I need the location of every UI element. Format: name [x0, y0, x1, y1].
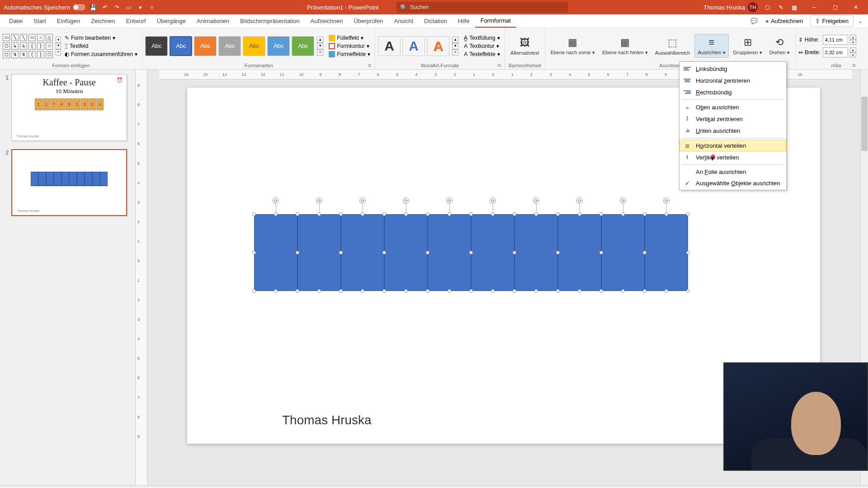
- style-up-icon[interactable]: ▴: [317, 37, 323, 43]
- wordart-style-1[interactable]: A: [378, 36, 401, 56]
- style-swatch-lblue[interactable]: Abc: [267, 36, 290, 56]
- shape-rectangle[interactable]: ⟳: [514, 214, 558, 291]
- distribute-horizontal-item[interactable]: ⫼ Horizontal verteilen: [679, 140, 786, 151]
- shape-gallery[interactable]: ▭╲╲▭○△ ⬡↳↳{}☆ ⬡↯↯{}⬠: [3, 34, 53, 58]
- search-input[interactable]: [410, 4, 565, 10]
- scrollbar-thumb[interactable]: [861, 97, 868, 151]
- tab-entwurf[interactable]: Entwurf: [121, 15, 151, 27]
- selection-handle[interactable]: [686, 212, 690, 216]
- rotate-handle[interactable]: ⟳: [316, 197, 322, 204]
- selection-handle[interactable]: [578, 289, 581, 293]
- selection-handle[interactable]: [426, 251, 429, 254]
- shape-rectangle[interactable]: ⟳: [341, 214, 384, 291]
- comments-icon[interactable]: 💬: [750, 17, 758, 25]
- wordart-gallery[interactable]: A A A: [378, 36, 449, 56]
- rotate-button[interactable]: ⟲ Drehen ▾: [767, 34, 793, 57]
- tab-formformat[interactable]: Formformat: [475, 14, 516, 28]
- group-button[interactable]: ⊞ Gruppieren ▾: [731, 34, 765, 57]
- text-fill-button[interactable]: A̲Textfüllung ▾: [462, 34, 502, 42]
- selection-handle[interactable]: [643, 251, 646, 254]
- style-swatch-orange[interactable]: Abc: [194, 36, 217, 56]
- selection-handle[interactable]: [274, 289, 278, 293]
- width-up-icon[interactable]: ▴: [850, 47, 856, 52]
- selection-handle[interactable]: [621, 289, 625, 293]
- selection-handle[interactable]: [339, 212, 343, 216]
- shape-rectangle[interactable]: ⟳: [254, 214, 297, 291]
- share-button[interactable]: ⇪ Freigeben: [810, 15, 854, 27]
- autosave-toggle[interactable]: Automatisches Speichern: [4, 4, 85, 11]
- wordart-style-2[interactable]: A: [402, 36, 425, 56]
- thumbnail-2[interactable]: Thomas Hruska: [11, 149, 127, 216]
- selection-handle[interactable]: [643, 289, 646, 293]
- rotate-handle[interactable]: ⟳: [663, 197, 670, 204]
- maximize-button[interactable]: ▢: [825, 0, 845, 14]
- rotate-handle[interactable]: ⟳: [533, 197, 539, 204]
- tab-animationen[interactable]: Animationen: [191, 15, 235, 27]
- tab-ueberpruefen[interactable]: Überprüfen: [348, 15, 388, 27]
- width-down-icon[interactable]: ▾: [850, 52, 856, 57]
- gallery-up-icon[interactable]: ▴: [56, 37, 61, 43]
- rotate-handle[interactable]: ⟳: [576, 197, 583, 204]
- autosave-switch[interactable]: [73, 4, 85, 10]
- align-bottom-item[interactable]: ⫡ Unten ausrichten: [679, 125, 786, 136]
- wa-more-icon[interactable]: ▿: [452, 49, 458, 56]
- tab-dictation[interactable]: Dictation: [419, 15, 453, 27]
- rotate-handle[interactable]: ⟳: [490, 197, 496, 204]
- selection-handle[interactable]: [686, 289, 690, 293]
- style-down-icon[interactable]: ▾: [317, 43, 323, 49]
- selection-handle[interactable]: [252, 289, 256, 293]
- shape-rectangle[interactable]: ⟳: [384, 214, 428, 291]
- search-box[interactable]: 🔍: [396, 2, 568, 13]
- style-swatch-green[interactable]: Abc: [292, 36, 314, 56]
- selection-handle[interactable]: [469, 212, 473, 216]
- textbox-button[interactable]: ⌶Textfeld: [63, 42, 139, 50]
- rotate-handle[interactable]: ⟳: [446, 197, 453, 204]
- selection-handle[interactable]: [578, 212, 581, 216]
- selection-handle[interactable]: [404, 212, 408, 216]
- selection-handle[interactable]: [317, 212, 321, 216]
- coming-soon-icon[interactable]: ⬡: [763, 3, 771, 11]
- text-effects-button[interactable]: ATexteffekte ▾: [462, 51, 502, 58]
- selection-handle[interactable]: [339, 289, 343, 293]
- rotate-handle[interactable]: ⟳: [359, 197, 366, 204]
- selected-shapes-row[interactable]: ⟳⟳⟳⟳⟳⟳⟳⟳⟳⟳: [254, 214, 688, 291]
- tab-hilfe[interactable]: Hilfe: [453, 15, 475, 27]
- rotate-handle[interactable]: ⟳: [273, 197, 279, 204]
- tab-datei[interactable]: Datei: [4, 15, 28, 27]
- shape-rectangle[interactable]: ⟳: [471, 214, 514, 291]
- selection-handle[interactable]: [513, 251, 516, 254]
- selection-handle[interactable]: [404, 289, 408, 293]
- wa-up-icon[interactable]: ▴: [452, 37, 458, 43]
- distribute-vertical-item[interactable]: ⫲ Vertikal verteilen: [679, 151, 786, 163]
- style-swatch-gray[interactable]: Abc: [218, 36, 241, 56]
- selection-handle[interactable]: [534, 289, 538, 293]
- align-button[interactable]: ≡ Ausrichten ▾: [694, 34, 728, 58]
- style-more-icon[interactable]: ▿: [317, 49, 323, 56]
- wordart-style-3[interactable]: A: [427, 36, 449, 56]
- selection-handle[interactable]: [252, 251, 256, 254]
- selection-handle[interactable]: [491, 289, 495, 293]
- height-input[interactable]: [823, 35, 848, 45]
- selection-handle[interactable]: [296, 212, 299, 216]
- save-icon[interactable]: 💾: [89, 3, 97, 11]
- shape-fill-button[interactable]: Fülleffekt ▾: [327, 34, 372, 42]
- tab-uebergaenge[interactable]: Übergänge: [151, 15, 191, 27]
- selection-handle[interactable]: [317, 289, 321, 293]
- minimize-button[interactable]: ─: [804, 0, 825, 14]
- thumbnail-1-wrap[interactable]: 1 ⏰ Kaffee - Pause 10 Minuten 117451321 …: [5, 74, 130, 141]
- selection-handle[interactable]: [534, 212, 538, 216]
- thumbnail-1[interactable]: ⏰ Kaffee - Pause 10 Minuten 117451321 Th…: [11, 74, 127, 141]
- align-to-slide-item[interactable]: An Folie ausrichten: [679, 166, 786, 178]
- tab-aufzeichnen[interactable]: Aufzeichnen: [305, 15, 349, 27]
- align-right-item[interactable]: Rechtsbündig: [679, 86, 786, 98]
- style-swatch-black[interactable]: Abc: [145, 36, 168, 56]
- selection-handle[interactable]: [599, 251, 603, 254]
- shape-rectangle[interactable]: ⟳: [297, 214, 341, 291]
- formenarten-launcher-icon[interactable]: ⧉: [368, 63, 371, 68]
- undo-icon[interactable]: ↶: [101, 3, 109, 11]
- selection-handle[interactable]: [556, 251, 560, 254]
- selection-handle[interactable]: [665, 212, 668, 216]
- rotate-handle[interactable]: ⟳: [620, 197, 626, 204]
- align-center-h-item[interactable]: Horizontal zentrieren: [679, 75, 786, 86]
- selection-handle[interactable]: [448, 212, 451, 216]
